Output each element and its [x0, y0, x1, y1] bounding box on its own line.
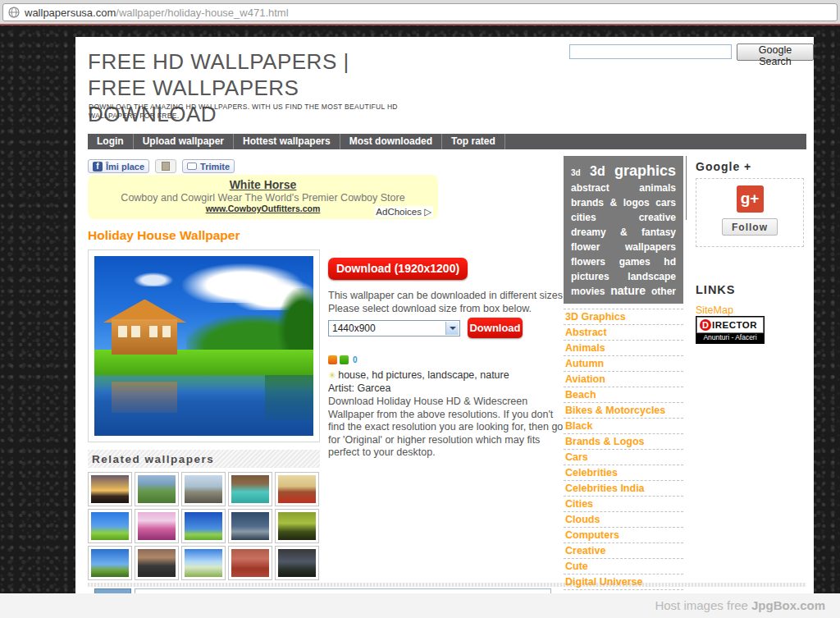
- share-counter-button[interactable]: [155, 159, 176, 173]
- google-plus-title: Google +: [696, 160, 751, 173]
- thumbnail-image: [231, 475, 269, 503]
- nav-item[interactable]: Login: [88, 134, 134, 149]
- category-link[interactable]: Black: [564, 419, 683, 434]
- category-link[interactable]: Creative: [564, 543, 683, 559]
- related-thumb-poppy-field[interactable]: [275, 472, 319, 506]
- category-link[interactable]: Celebrities India: [564, 481, 683, 497]
- category-link[interactable]: Brands & Logos: [564, 434, 683, 450]
- send-button[interactable]: Trimite: [182, 159, 235, 173]
- tag-cloud-item[interactable]: graphics: [614, 163, 676, 180]
- related-thumb-red-trees[interactable]: [228, 546, 272, 580]
- related-thumb-blue-sky-grass[interactable]: [181, 509, 226, 543]
- follow-button[interactable]: Follow: [722, 218, 778, 236]
- cloud-shape: [134, 272, 173, 287]
- tag-cloud-item[interactable]: movies: [571, 286, 605, 298]
- category-link[interactable]: Celebrities: [564, 465, 683, 481]
- url-domain: wallpapersusa.com: [25, 7, 116, 19]
- sitemap-link[interactable]: SiteMap: [696, 304, 733, 316]
- tags-row: ✳house, hd pictures, landscape, nature: [328, 369, 509, 381]
- ad-banner[interactable]: White Horse Cowboy and Cowgirl Wear The …: [88, 175, 438, 219]
- category-link[interactable]: Animals: [564, 341, 683, 356]
- related-thumb-lake-pier[interactable]: [228, 509, 272, 543]
- director-badge[interactable]: D IRECTOR Anunturi - Afaceri: [696, 316, 765, 344]
- category-link[interactable]: Autumn: [564, 356, 683, 372]
- wallpaper-description: Download Holiday House HD & Widescreen W…: [328, 396, 569, 460]
- tag-cloud-item[interactable]: wallpapers: [625, 242, 676, 254]
- search-input[interactable]: [569, 44, 732, 59]
- tag-cloud-item[interactable]: hd: [664, 257, 676, 268]
- tag-cloud-item[interactable]: abstract: [571, 183, 609, 195]
- tag-cloud-item[interactable]: animals: [639, 183, 676, 195]
- tag-cloud-item[interactable]: other: [651, 286, 676, 298]
- tag-cloud-item[interactable]: flowers: [571, 257, 605, 268]
- tag-cloud-item[interactable]: nature: [610, 284, 646, 297]
- address-bar[interactable]: wallpapersusa.com/wallpaper/holiday-hous…: [2, 3, 838, 21]
- tag-cloud-item[interactable]: dreamy: [571, 227, 606, 239]
- share-orange-icon[interactable]: [328, 355, 337, 364]
- tag-cloud-item[interactable]: landscape: [628, 272, 676, 283]
- tag-cloud-item[interactable]: pictures: [571, 272, 609, 283]
- ad-title[interactable]: White Horse: [88, 175, 438, 191]
- category-link[interactable]: Bikes & Motorcycles: [564, 403, 683, 419]
- related-thumb-coastal-sunset[interactable]: [135, 546, 179, 580]
- browser-window: wallpapersusa.com/wallpaper/holiday-hous…: [0, 0, 840, 618]
- tag-cloud-item[interactable]: creative: [639, 213, 676, 224]
- chevron-down-icon[interactable]: [445, 322, 459, 335]
- adchoices-label[interactable]: AdChoices ▷: [374, 206, 433, 217]
- category-link[interactable]: Digital Universe: [564, 575, 683, 590]
- related-thumb-pink-sunset[interactable]: [135, 509, 179, 543]
- tag-cloud-item[interactable]: 3d: [590, 164, 605, 179]
- tags-list[interactable]: house, hd pictures, landscape, nature: [338, 369, 509, 381]
- nav-item[interactable]: Most downloaded: [340, 134, 442, 149]
- browser-topbar: wallpapersusa.com/wallpaper/holiday-hous…: [0, 0, 840, 24]
- tag-cloud-item[interactable]: fantasy: [641, 227, 676, 239]
- category-link[interactable]: Clouds: [564, 512, 683, 528]
- category-link[interactable]: 3D Graphics: [564, 309, 683, 325]
- wallpaper-image[interactable]: [94, 256, 313, 436]
- related-thumb-turquoise-waterfall[interactable]: [228, 472, 272, 506]
- category-link[interactable]: Aviation: [564, 372, 683, 387]
- related-thumb-dark-valley[interactable]: [275, 546, 319, 580]
- tag-cloud: 3d 3d graphics abstract animals brands &…: [564, 156, 683, 304]
- nav-item[interactable]: Upload wallpaper: [134, 134, 234, 149]
- category-link[interactable]: Cute: [564, 559, 683, 575]
- nav-item[interactable]: Top rated: [442, 134, 505, 149]
- related-thumb-autumn-forest-cottage[interactable]: [275, 509, 319, 543]
- related-thumb-countryside[interactable]: [88, 546, 132, 580]
- facebook-like-button[interactable]: f Îmi place: [88, 159, 149, 173]
- download-size-button[interactable]: Download: [468, 318, 523, 338]
- footer-brand-link[interactable]: JpgBox.com: [751, 598, 825, 612]
- tag-cloud-item[interactable]: logos: [623, 198, 650, 209]
- download-main-button[interactable]: Download (1920x1200): [328, 258, 468, 280]
- related-thumb-sunset-silhouette[interactable]: [88, 472, 132, 506]
- share-green-icon[interactable]: [340, 355, 349, 364]
- category-link[interactable]: Computers: [564, 528, 683, 543]
- related-thumb-green-cliff-castle[interactable]: [135, 472, 179, 506]
- wallpaper-preview-frame[interactable]: [88, 249, 320, 442]
- google-search-button[interactable]: Google Search: [737, 43, 814, 61]
- tag-cloud-item[interactable]: usa: [645, 298, 676, 304]
- thumbnail-image: [138, 512, 176, 540]
- tag-cloud-item[interactable]: brands: [571, 198, 604, 209]
- size-select[interactable]: 1440x900: [328, 320, 460, 336]
- category-link[interactable]: Abstract: [564, 325, 683, 341]
- tag-cloud-item[interactable]: flower: [571, 242, 600, 254]
- related-thumb-sky-meadow[interactable]: [88, 509, 132, 543]
- top-divider: [0, 24, 840, 25]
- tag-cloud-item[interactable]: &: [610, 198, 618, 209]
- nav-item[interactable]: Hottest wallpapers: [234, 134, 340, 149]
- category-link[interactable]: Cars: [564, 450, 683, 465]
- director-label: IRECTOR: [712, 320, 757, 330]
- vertical-divider: [686, 156, 687, 220]
- window-shape: [118, 326, 127, 336]
- google-plus-icon[interactable]: g+: [737, 185, 764, 213]
- tag-cloud-item[interactable]: games: [619, 257, 651, 268]
- tag-cloud-item[interactable]: cities: [571, 213, 596, 224]
- tag-cloud-item[interactable]: &: [620, 227, 628, 239]
- category-link[interactable]: Cities: [564, 497, 683, 512]
- related-thumb-mountain-meadow[interactable]: [181, 546, 226, 580]
- category-link[interactable]: Beach: [564, 387, 683, 403]
- related-thumb-road-landscape[interactable]: [181, 472, 226, 506]
- tag-cloud-item[interactable]: cars: [655, 198, 676, 209]
- tag-cloud-item[interactable]: 3d: [571, 168, 581, 178]
